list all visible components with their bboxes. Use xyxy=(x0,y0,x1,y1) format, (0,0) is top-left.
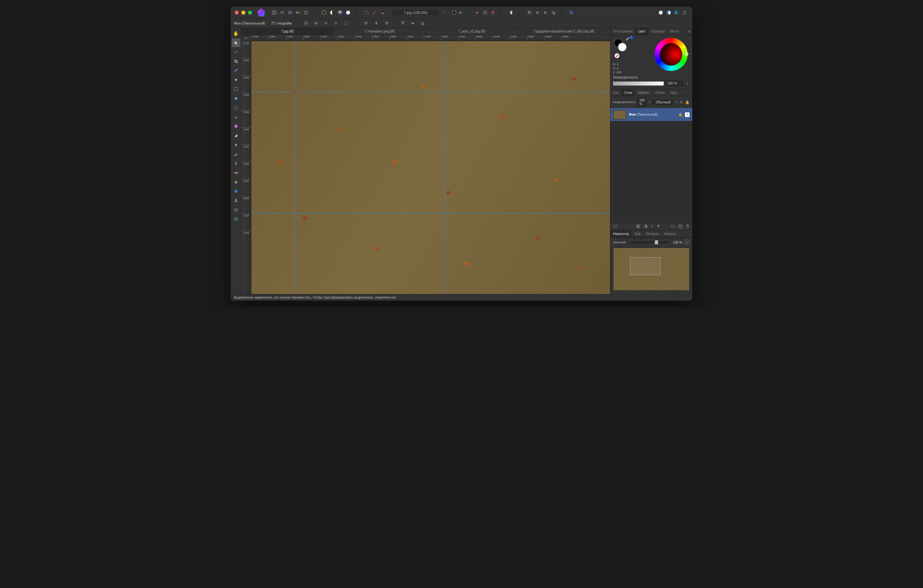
tab-color[interactable]: Цвет xyxy=(636,28,648,35)
quick-mask-button[interactable] xyxy=(371,9,378,16)
crop-tool[interactable] xyxy=(232,57,240,66)
primary-color-swatch[interactable] xyxy=(618,43,627,52)
contrast-button[interactable] xyxy=(328,9,336,16)
add-mask-button[interactable] xyxy=(657,9,664,16)
rectangle-tool[interactable] xyxy=(232,187,240,195)
move-tool[interactable] xyxy=(232,38,240,47)
paint-brush-tool[interactable] xyxy=(232,113,240,121)
zoom-tool[interactable] xyxy=(232,215,240,223)
layer-visibility-checkbox[interactable]: ✓ xyxy=(685,112,690,117)
doc-tab-1[interactable]: 7-Улучшено.png [И] xyxy=(333,28,426,35)
fullscreen-window-button[interactable] xyxy=(248,11,252,15)
layer-locked-icon[interactable]: 🔒 xyxy=(678,113,682,117)
blend-dropdown-icon[interactable]: ▾ xyxy=(675,100,678,104)
inpaint-tool[interactable] xyxy=(232,150,240,158)
lock-children-button[interactable] xyxy=(302,20,310,27)
no-color-swatch[interactable] xyxy=(614,53,620,58)
color-format-button[interactable] xyxy=(320,9,328,16)
doc-tab-3[interactable]: 7-gigapixel-standard-scale-2_00x.png [И] xyxy=(518,28,610,35)
mesh-warp-tool[interactable] xyxy=(232,205,240,214)
marquee-selection-icon[interactable] xyxy=(363,9,370,16)
layer-opacity-input[interactable]: 100 % xyxy=(637,97,647,107)
opacity-dropdown-icon[interactable]: ▾ xyxy=(685,82,690,85)
persona-tone-button[interactable] xyxy=(294,9,302,16)
delete-layer-icon[interactable] xyxy=(686,224,690,228)
navigator-viewport-rect[interactable] xyxy=(630,257,660,275)
show-button[interactable] xyxy=(312,20,320,27)
marquee-tool[interactable] xyxy=(232,85,240,94)
doc-tab-0[interactable]: 7.jpg [И] xyxy=(241,28,333,35)
tab-brushes[interactable]: Кисти xyxy=(667,28,682,35)
pan-tool[interactable]: ✋ xyxy=(232,29,240,38)
dodge-tool[interactable] xyxy=(232,159,240,168)
account-button[interactable] xyxy=(681,9,688,16)
fill-tool-button[interactable] xyxy=(450,9,458,16)
persona-develop-button[interactable] xyxy=(286,9,294,16)
tab-transform[interactable]: Трф xyxy=(632,230,643,237)
layer-opacity-dropdown-icon[interactable]: ▾ xyxy=(649,100,651,104)
pen-tool[interactable] xyxy=(232,177,240,186)
add-layer-icon[interactable] xyxy=(678,224,682,228)
grid-toggle-button[interactable] xyxy=(473,9,481,16)
flip-v-button[interactable] xyxy=(332,20,340,27)
align-c-button[interactable] xyxy=(373,20,380,27)
arrange-backward-button[interactable] xyxy=(534,9,541,16)
flood-fill-tool[interactable] xyxy=(232,94,240,103)
align-b-button[interactable] xyxy=(419,20,426,27)
align-l-button[interactable] xyxy=(363,20,370,27)
panel-menu-icon[interactable]: ≡ xyxy=(688,29,690,34)
color-wheel[interactable] xyxy=(654,38,688,71)
tab-effects[interactable]: Эффект xyxy=(635,89,652,96)
gradient-tool[interactable] xyxy=(232,103,240,112)
text-tool[interactable]: A xyxy=(232,196,240,205)
hue-handle-icon[interactable] xyxy=(685,53,688,56)
zoom-add-icon[interactable]: + xyxy=(684,240,690,245)
color-mode-button[interactable] xyxy=(337,9,344,16)
arrange-front-button[interactable] xyxy=(550,9,557,16)
recent-color-dot[interactable] xyxy=(630,36,633,39)
align-r-button[interactable] xyxy=(383,20,390,27)
flip-h-button[interactable] xyxy=(322,20,330,27)
layer-row[interactable]: Фон (Пиксельный) 🔒 ✓ xyxy=(610,108,692,121)
soft-proof-button[interactable] xyxy=(345,9,352,16)
ruler-vertical[interactable]: 1100120013001400150016001700180019002000… xyxy=(241,41,251,294)
layer-settings-icon[interactable]: ⚙ xyxy=(680,100,683,104)
group-layer-icon[interactable] xyxy=(671,224,675,228)
tab-history[interactable]: История xyxy=(643,230,662,237)
add-live-filter-button[interactable] xyxy=(673,9,680,16)
minimize-window-button[interactable] xyxy=(241,11,245,15)
selection-brush-tool[interactable] xyxy=(232,66,240,75)
color-picker-tool[interactable] xyxy=(232,48,240,56)
persona-export-button[interactable] xyxy=(302,9,310,16)
align-t-button[interactable] xyxy=(399,20,406,27)
add-adjustment-button[interactable] xyxy=(665,9,672,16)
add-adjustment-icon[interactable] xyxy=(644,224,647,228)
align-m-button[interactable] xyxy=(409,20,416,27)
paint-mixer-tool[interactable] xyxy=(232,122,240,131)
assets-button[interactable] xyxy=(507,9,515,16)
dropdown-arrow-icon[interactable]: ▾ xyxy=(458,9,463,16)
ruler-unit-label[interactable]: px xyxy=(241,35,251,41)
persona-liquify-button[interactable] xyxy=(279,9,286,16)
tab-text[interactable]: Хрщ xyxy=(667,89,679,96)
blend-mode-select[interactable]: Обычный xyxy=(653,99,673,105)
tab-histogram[interactable]: Гистограмма xyxy=(610,28,636,35)
tab-swatches[interactable]: Образцы xyxy=(648,28,667,35)
healing-tool[interactable] xyxy=(232,168,240,177)
doc-tab-2[interactable]: 7_auto_x2.png [И] xyxy=(426,28,518,35)
tab-layers[interactable]: Слои xyxy=(621,89,635,96)
guide-horizontal[interactable] xyxy=(251,213,610,214)
close-window-button[interactable] xyxy=(235,11,239,15)
layer-lock-icon[interactable]: 🔒 xyxy=(685,100,690,104)
tab-styles[interactable]: Стили xyxy=(653,89,668,96)
mask-blend-icon[interactable] xyxy=(613,224,618,229)
pixel-grid-button[interactable] xyxy=(481,9,489,16)
opacity-slider[interactable] xyxy=(613,82,664,85)
add-fx-icon[interactable]: fx xyxy=(651,224,653,228)
align-left-button[interactable] xyxy=(568,9,575,16)
snapping-button[interactable] xyxy=(489,9,497,16)
guide-vertical[interactable] xyxy=(445,41,445,294)
add-live-filter-icon[interactable] xyxy=(657,224,660,228)
persona-photo-button[interactable] xyxy=(271,9,278,16)
zoom-slider[interactable] xyxy=(631,241,669,243)
